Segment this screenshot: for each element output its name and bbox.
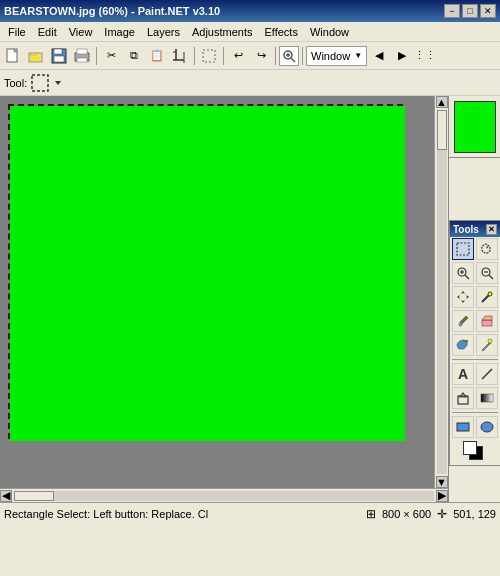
coord-icon: ✛ [437, 507, 447, 521]
ellipse-shape-tool[interactable] [476, 416, 498, 438]
svg-point-38 [481, 422, 493, 432]
status-bar: Rectangle Select: Left button: Replace. … [0, 502, 500, 524]
menu-effects[interactable]: Effects [259, 24, 304, 40]
title-bar: BEARSTOWN.jpg (60%) - Paint.NET v3.10 − … [0, 0, 500, 22]
window-dropdown[interactable]: Window ▼ [306, 46, 367, 66]
magic-wand-tool[interactable] [476, 286, 498, 308]
separator-2 [194, 47, 195, 65]
chevron-down-icon: ▼ [354, 51, 362, 60]
fg-color-swatch[interactable] [463, 441, 477, 455]
gradient-tool[interactable] [476, 387, 498, 409]
canvas-area[interactable] [0, 96, 448, 488]
close-button[interactable]: ✕ [480, 4, 496, 18]
minimize-button[interactable]: − [444, 4, 460, 18]
svg-marker-19 [55, 81, 61, 85]
tool-row-6: A [450, 362, 500, 386]
paintbrush-tool[interactable] [452, 310, 474, 332]
scrollbar-right-btn[interactable]: ▶ [436, 490, 448, 502]
tools-separator-1 [452, 359, 498, 360]
main-area: ◀ ▶ ▲ ▼ Tools ✕ [0, 96, 500, 524]
horizontal-scrollbar[interactable]: ◀ ▶ [0, 488, 448, 502]
scrollbar-up-btn[interactable]: ▲ [436, 96, 448, 108]
color-swatches[interactable] [463, 441, 487, 463]
rect-shape-tool[interactable] [452, 416, 474, 438]
toolbar: ✂ ⧉ 📋 ↩ ↪ Window ▼ ◀ ▶ ⋮⋮ [0, 42, 500, 70]
menu-adjustments[interactable]: Adjustments [186, 24, 259, 40]
tools-panel-title: Tools ✕ [450, 221, 500, 237]
tool-row-2 [450, 261, 500, 285]
arrow-left-button[interactable]: ◀ [368, 45, 390, 67]
rect-select-tool[interactable] [452, 238, 474, 260]
tool-row-5 [450, 333, 500, 357]
cursor-coords: 501, 129 [453, 508, 496, 520]
tools-close-icon[interactable]: ✕ [486, 224, 497, 235]
title-buttons: − □ ✕ [444, 4, 496, 18]
window-title: BEARSTOWN.jpg (60%) - Paint.NET v3.10 [4, 5, 220, 17]
svg-rect-37 [457, 423, 469, 431]
right-panel: Tools ✕ [448, 96, 500, 502]
svg-rect-4 [54, 49, 62, 54]
crop-button[interactable] [169, 45, 191, 67]
undo-button[interactable]: ↩ [227, 45, 249, 67]
separator-4 [275, 47, 276, 65]
status-left: Rectangle Select: Left button: Replace. … [4, 508, 366, 520]
menu-bar: File Edit View Image Layers Adjustments … [0, 22, 500, 42]
scrollbar-thumb[interactable] [14, 491, 54, 501]
deselect-button[interactable] [198, 45, 220, 67]
line-tool[interactable] [476, 363, 498, 385]
svg-line-22 [465, 275, 469, 279]
scrollbar-vthumb[interactable] [437, 110, 447, 150]
maximize-button[interactable]: □ [462, 4, 478, 18]
tool-options-bar: Tool: [0, 70, 500, 96]
menu-layers[interactable]: Layers [141, 24, 186, 40]
zoom-out-tool[interactable] [476, 262, 498, 284]
image-canvas[interactable] [10, 106, 405, 441]
vertical-scrollbar[interactable]: ▲ ▼ [434, 96, 448, 488]
svg-rect-7 [77, 49, 87, 54]
arrow-right-button[interactable]: ▶ [391, 45, 413, 67]
shapes-tool[interactable] [452, 387, 474, 409]
scrollbar-vtrack[interactable] [437, 110, 447, 474]
separator-5 [302, 47, 303, 65]
thumbnail-panel [449, 96, 500, 158]
color-picker-tool[interactable] [476, 334, 498, 356]
redo-button[interactable]: ↪ [250, 45, 272, 67]
scrollbar-left-btn[interactable]: ◀ [0, 490, 12, 502]
open-button[interactable] [25, 45, 47, 67]
fill-tool[interactable] [452, 334, 474, 356]
tool-row-7 [450, 386, 500, 410]
menu-image[interactable]: Image [98, 24, 141, 40]
eraser-tool[interactable] [476, 310, 498, 332]
zoom-control[interactable] [279, 46, 299, 66]
svg-point-29 [488, 292, 492, 296]
tools-separator-2 [452, 412, 498, 413]
tool-icon-area [31, 74, 65, 92]
svg-rect-36 [481, 394, 493, 402]
menu-view[interactable]: View [63, 24, 99, 40]
print-button[interactable] [71, 45, 93, 67]
new-button[interactable] [2, 45, 24, 67]
text-icon: A [458, 366, 468, 382]
color-swatch-area [450, 439, 500, 465]
lasso-tool[interactable] [476, 238, 498, 260]
separator-1 [96, 47, 97, 65]
scrollbar-down-btn[interactable]: ▼ [436, 476, 448, 488]
size-icon: ⊞ [366, 507, 376, 521]
save-button[interactable] [48, 45, 70, 67]
paste-button[interactable]: 📋 [146, 45, 168, 67]
move-tool[interactable] [452, 286, 474, 308]
menu-edit[interactable]: Edit [32, 24, 63, 40]
scrollbar-track[interactable] [14, 491, 434, 501]
svg-rect-31 [482, 320, 492, 326]
cut-button[interactable]: ✂ [100, 45, 122, 67]
svg-line-34 [482, 369, 492, 379]
zoom-in-tool[interactable] [452, 262, 474, 284]
tool-dropdown-icon[interactable] [51, 76, 65, 90]
separator-3 [223, 47, 224, 65]
menu-window[interactable]: Window [304, 24, 355, 40]
svg-rect-18 [32, 75, 48, 91]
text-tool[interactable]: A [452, 363, 474, 385]
svg-line-15 [291, 58, 295, 62]
menu-file[interactable]: File [2, 24, 32, 40]
copy-button[interactable]: ⧉ [123, 45, 145, 67]
